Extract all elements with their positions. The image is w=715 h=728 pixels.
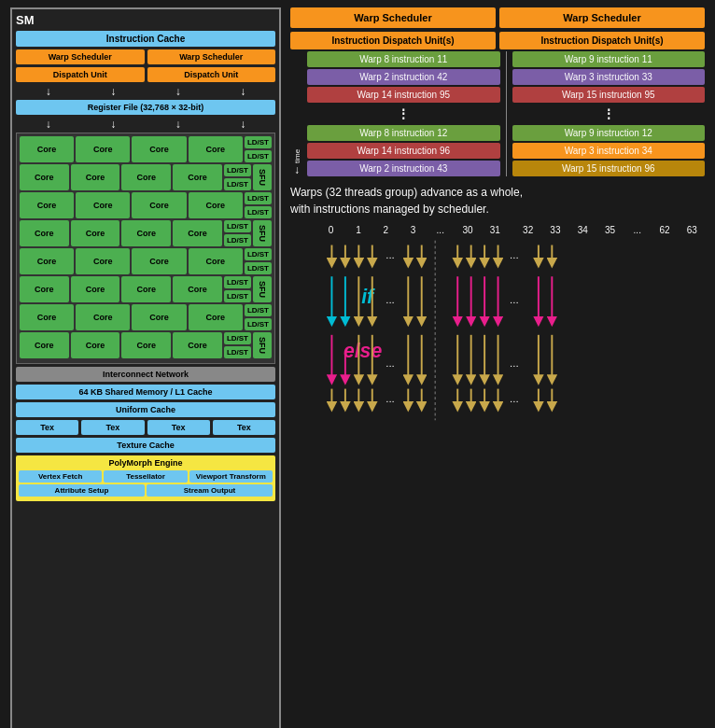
core-3-3: Core bbox=[132, 192, 186, 218]
core-2-3: Core bbox=[121, 164, 171, 190]
core-4-1: Core bbox=[20, 220, 69, 246]
core-6-1: Core bbox=[20, 276, 69, 302]
instruction-cache: Instruction Cache bbox=[16, 31, 275, 47]
warp-left-dots: ⋮ bbox=[307, 105, 500, 123]
core-8-2: Core bbox=[71, 332, 120, 358]
idx-1: 1 bbox=[345, 225, 371, 235]
warp-left-col: Warp 8 instruction 11 Warp 2 instruction… bbox=[307, 51, 500, 176]
idx-34: 34 bbox=[570, 225, 596, 235]
svg-text:...: ... bbox=[510, 294, 519, 305]
cores-row-7: Core Core Core Core LD/ST LD/ST bbox=[20, 304, 272, 330]
ldst-group-8: LD/ST LD/ST bbox=[224, 332, 251, 358]
cores-section: Core Core Core Core LD/ST LD/ST Core Cor… bbox=[16, 133, 275, 364]
ldst-5-2: LD/ST bbox=[245, 262, 272, 274]
polymorph-row-2: Attribute Setup Stream Output bbox=[19, 484, 273, 497]
core-5-4: Core bbox=[189, 248, 243, 274]
dispatch-right: Instruction Dispatch Unit(s) bbox=[499, 32, 705, 49]
warp-schedulers-row: Warp Scheduler Warp Scheduler bbox=[16, 49, 275, 64]
left-indices: 0 1 2 3 ... 30 31 bbox=[318, 225, 508, 235]
warp-right-instr-3: Warp 15 instruction 95 bbox=[512, 87, 706, 103]
cores-row-4: Core Core Core Core LD/ST LD/ST SFU bbox=[20, 220, 272, 246]
core-4-4: Core bbox=[173, 220, 222, 246]
idx-3: 3 bbox=[400, 225, 426, 235]
cores-row-2: Core Core Core Core LD/ST LD/ST SFU bbox=[20, 164, 272, 190]
time-arrow: time ↓ bbox=[290, 51, 303, 176]
core-8-3: Core bbox=[121, 332, 171, 358]
warp-left-instr-2: Warp 2 instruction 42 bbox=[307, 69, 500, 85]
ldst-1-1: LD/ST bbox=[245, 136, 272, 148]
divergence-svg: ... if ... else bbox=[318, 237, 705, 424]
svg-text:...: ... bbox=[386, 294, 395, 305]
ldst-group-7: LD/ST LD/ST bbox=[245, 304, 272, 330]
core-2-4: Core bbox=[173, 164, 222, 190]
svg-text:...: ... bbox=[386, 249, 395, 260]
cores-row-1: Core Core Core Core LD/ST LD/ST bbox=[20, 136, 272, 162]
core-4-2: Core bbox=[71, 220, 120, 246]
ldst-2-2: LD/ST bbox=[224, 178, 251, 190]
divergence-section: 0 1 2 3 ... 30 31 32 33 34 35 ... 62 bbox=[290, 225, 705, 728]
sm-warp-scheduler-2: Warp Scheduler bbox=[147, 49, 276, 64]
ldst-7-2: LD/ST bbox=[245, 318, 272, 330]
right-panel: Warp Scheduler Warp Scheduler Instructio… bbox=[290, 7, 705, 728]
dispatch-left: Instruction Dispatch Unit(s) bbox=[290, 32, 496, 49]
idx-0: 0 bbox=[318, 225, 343, 235]
core-3-4: Core bbox=[189, 192, 243, 218]
core-3-1: Core bbox=[20, 192, 74, 218]
main-container: SM Instruction Cache Warp Scheduler Warp… bbox=[3, 0, 712, 728]
svg-text:...: ... bbox=[386, 357, 395, 369]
dispatch-row: Instruction Dispatch Unit(s) Instruction… bbox=[290, 32, 705, 49]
warp-right-instr-1: Warp 9 instruction 11 bbox=[512, 51, 706, 67]
idx-31: 31 bbox=[483, 225, 508, 235]
svg-text:else: else bbox=[343, 340, 382, 361]
sm-dispatch-unit-2: Dispatch Unit bbox=[147, 67, 276, 82]
sm-arrows-down: ↓ ↓ ↓ ↓ bbox=[16, 85, 275, 98]
cores-row-6: Core Core Core Core LD/ST LD/ST SFU bbox=[20, 276, 272, 302]
cores-row-3: Core Core Core Core LD/ST LD/ST bbox=[20, 192, 272, 218]
warp-left-instr-3: Warp 14 instruction 95 bbox=[307, 87, 500, 103]
idx-33: 33 bbox=[542, 225, 568, 235]
right-indices: 32 33 34 35 ... 62 63 bbox=[515, 225, 705, 235]
texture-cache: Texture Cache bbox=[16, 438, 275, 453]
warp-right-col: Warp 9 instruction 11 Warp 3 instruction… bbox=[512, 51, 706, 176]
warp-sched-headers: Warp Scheduler Warp Scheduler bbox=[290, 7, 705, 28]
ldst-4-1: LD/ST bbox=[224, 220, 251, 232]
idx-dots2: ... bbox=[624, 225, 650, 235]
tex-row: Tex Tex Tex Tex bbox=[16, 420, 275, 435]
viewport-transform: Viewport Transform bbox=[189, 470, 273, 483]
warp-left-instr-4: Warp 8 instruction 12 bbox=[307, 125, 500, 141]
tex-1: Tex bbox=[16, 420, 78, 435]
warp-sched-right: Warp Scheduler bbox=[499, 7, 705, 28]
warp-left-instr-1: Warp 8 instruction 11 bbox=[307, 51, 500, 67]
core-2-2: Core bbox=[71, 164, 120, 190]
tex-2: Tex bbox=[81, 420, 144, 435]
core-5-1: Core bbox=[20, 248, 74, 274]
warp-right-dots: ⋮ bbox=[512, 105, 706, 123]
core-2-1: Core bbox=[20, 164, 69, 190]
ldst-1-2: LD/ST bbox=[245, 150, 272, 162]
dispatch-units-row: Dispatch Unit Dispatch Unit bbox=[16, 67, 275, 82]
interconnect-network: Interconnect Network bbox=[16, 367, 275, 382]
warp-sched-left: Warp Scheduler bbox=[290, 7, 496, 28]
core-1-1: Core bbox=[20, 136, 74, 162]
shared-memory: 64 KB Shared Memory / L1 Cache bbox=[16, 385, 275, 399]
idx-63: 63 bbox=[680, 225, 705, 235]
core-6-3: Core bbox=[121, 276, 171, 302]
attribute-setup: Attribute Setup bbox=[19, 484, 145, 497]
core-3-2: Core bbox=[76, 192, 130, 218]
time-label: time bbox=[293, 55, 301, 163]
warp-left-instr-5: Warp 14 instruction 96 bbox=[307, 143, 500, 159]
core-8-1: Core bbox=[20, 332, 69, 358]
tessellator: Tessellator bbox=[104, 470, 187, 483]
arrows-area: ... if ... else bbox=[318, 237, 705, 728]
ldst-group-1: LD/ST LD/ST bbox=[245, 136, 272, 162]
sm-title: SM bbox=[16, 13, 275, 27]
ldst-2-1: LD/ST bbox=[224, 164, 251, 176]
ldst-group-5: LD/ST LD/ST bbox=[245, 248, 272, 274]
cores-row-8: Core Core Core Core LD/ST LD/ST SFU bbox=[20, 332, 272, 358]
warp-separator bbox=[506, 51, 507, 176]
ldst-3-2: LD/ST bbox=[245, 206, 272, 218]
ldst-group-6: LD/ST LD/ST bbox=[224, 276, 251, 302]
idx-35: 35 bbox=[597, 225, 623, 235]
idx-dots1: ... bbox=[428, 225, 453, 235]
core-6-2: Core bbox=[71, 276, 120, 302]
